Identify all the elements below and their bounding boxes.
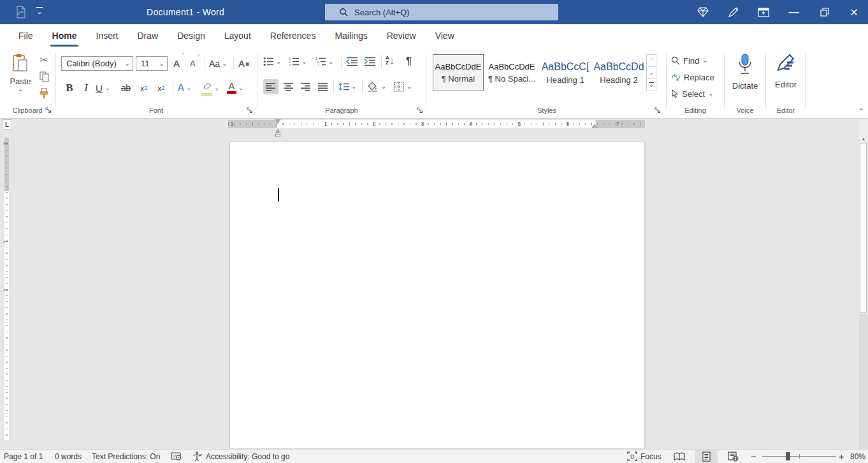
text-effects-button[interactable]: A⌄ [177,80,192,96]
search-input[interactable] [354,8,533,17]
copy-button[interactable] [36,69,52,84]
italic-button[interactable]: I [82,80,90,96]
web-layout-button[interactable] [721,450,744,463]
autosave-icon[interactable] [15,6,27,21]
tab-review[interactable]: Review [377,24,426,48]
superscript-button[interactable]: x2 [157,80,165,96]
sort-button[interactable]: AZ ↓ [386,55,394,66]
align-left-button[interactable] [263,79,278,94]
editor-button[interactable]: Editor [769,54,802,107]
clear-formatting-button[interactable]: A◆ [238,56,250,71]
restore-button[interactable] [809,0,839,24]
underline-button[interactable]: U⌄ [96,80,110,96]
focus-mode-button[interactable]: D Focus [623,450,665,463]
tab-references[interactable]: References [261,24,326,48]
word-count[interactable]: 0 words [51,450,85,463]
underline-dropdown-icon[interactable]: ⌄ [105,85,110,91]
shading-button[interactable]: ⌄ [367,79,386,94]
justify-button[interactable] [315,79,331,94]
cut-button[interactable]: ✂ [36,52,52,68]
font-family-select[interactable]: Calibri (Body) ⌄ [61,56,133,71]
read-mode-button[interactable] [668,450,691,463]
style-no-spacing[interactable]: AaBbCcDdE ¶ No Spaci... [486,54,537,91]
find-button[interactable]: Find ⌄ [671,54,708,68]
style-normal[interactable]: AaBbCcDdE ¶ Normal [433,54,484,91]
shading-dropdown-icon[interactable]: ⌄ [381,84,386,90]
hanging-indent-marker[interactable] [275,129,281,133]
paste-dropdown-icon[interactable]: ⌄ [18,86,23,92]
quick-access-toolbar-menu-icon[interactable]: ⌄ [35,7,44,16]
tab-mailings[interactable]: Mailings [325,24,377,48]
right-indent-marker[interactable] [591,124,598,128]
font-dialog-launcher[interactable] [245,106,254,114]
collapse-ribbon-button[interactable]: ⌃ [858,107,864,115]
font-size-select[interactable]: 11 ⌄ [136,56,168,71]
numbering-dropdown-icon[interactable]: ⌄ [301,59,307,65]
decrease-indent-button[interactable] [346,57,358,66]
shrink-font-button[interactable]: Aˇ [190,56,196,71]
search-box[interactable] [325,4,558,20]
tab-stop-selector[interactable]: L [2,119,12,129]
print-layout-button[interactable] [695,450,718,463]
numbering-button[interactable]: 123 ⌄ [289,57,307,66]
bold-button[interactable]: B [64,80,75,96]
select-dropdown-icon[interactable]: ⌄ [708,91,713,97]
select-button[interactable]: Select ⌄ [671,87,714,101]
tab-file[interactable]: File [9,24,43,48]
scroll-up-button[interactable]: ▲ [859,134,868,143]
styles-scroll-up-button[interactable]: ⌃ [647,55,656,67]
bullets-button[interactable]: ⌄ [263,57,281,66]
align-center-button[interactable] [281,79,296,94]
change-case-button[interactable]: Aa⌄ [209,56,228,71]
borders-dropdown-icon[interactable]: ⌄ [407,84,412,90]
highlight-button[interactable]: ⌄ [201,80,219,96]
zoom-slider-thumb[interactable] [786,452,790,460]
document-page[interactable] [229,142,645,449]
tab-insert[interactable]: Insert [86,24,127,48]
tab-home[interactable]: Home [43,24,87,48]
horizontal-ruler[interactable]: 1 1 2 3 4 5 6 7 [228,120,645,128]
highlight-dropdown-icon[interactable]: ⌄ [214,85,219,91]
style-heading-1[interactable]: AaBbCcC[ Heading 1 [540,54,591,91]
text-predictions-icon[interactable] [167,450,185,463]
borders-button[interactable]: ⌄ [394,79,412,94]
vertical-scrollbar[interactable]: ▲ [859,119,868,449]
zoom-out-button[interactable]: − [747,450,760,463]
styles-scroll-down-button[interactable]: ⌄ [647,67,656,79]
paragraph-dialog-launcher[interactable] [416,106,424,114]
font-color-dropdown-icon[interactable]: ⌄ [238,85,243,91]
bullets-dropdown-icon[interactable]: ⌄ [276,59,281,65]
line-spacing-dropdown-icon[interactable]: ⌄ [351,84,356,90]
zoom-level[interactable]: 80% [846,450,868,463]
scrollbar-thumb[interactable] [860,143,867,312]
vertical-ruler[interactable]: 1 1 2 [4,138,9,440]
style-heading-2[interactable]: AaBbCcDd Heading 2 [593,54,644,91]
multilevel-list-button[interactable]: 1ai ⌄ [315,57,333,66]
styles-more-button[interactable]: ⌄ [647,79,656,91]
align-right-button[interactable] [298,79,314,94]
accessibility-status[interactable]: Accessibility: Good to go [189,450,293,463]
line-spacing-button[interactable]: ⌄ [338,79,356,94]
tab-layout[interactable]: Layout [215,24,261,48]
close-button[interactable]: ✕ [840,0,868,24]
format-painter-button[interactable] [36,85,52,101]
text-predictions-toggle[interactable]: Text Predictions: On [88,450,164,463]
increase-indent-button[interactable] [364,57,376,66]
first-line-indent-marker[interactable] [275,119,281,124]
premium-diamond-icon[interactable] [688,0,718,24]
paste-button[interactable]: Paste ⌄ [5,54,36,112]
tab-view[interactable]: View [426,24,464,48]
replace-button[interactable]: bc Replace [671,70,714,84]
text-effects-dropdown-icon[interactable]: ⌄ [187,85,192,91]
left-indent-marker[interactable] [275,134,280,137]
font-color-button[interactable]: A ⌄ [227,80,243,96]
show-formatting-marks-button[interactable]: ¶ [406,55,412,67]
tab-design[interactable]: Design [168,24,215,48]
strikethrough-button[interactable]: ab [121,80,131,96]
multilevel-dropdown-icon[interactable]: ⌄ [328,59,333,65]
ribbon-display-options-icon[interactable] [748,0,778,24]
dictate-button[interactable]: Dictate [728,54,762,107]
tab-draw[interactable]: Draw [127,24,168,48]
minimize-button[interactable]: — [779,0,809,24]
styles-dialog-launcher[interactable] [653,106,662,114]
